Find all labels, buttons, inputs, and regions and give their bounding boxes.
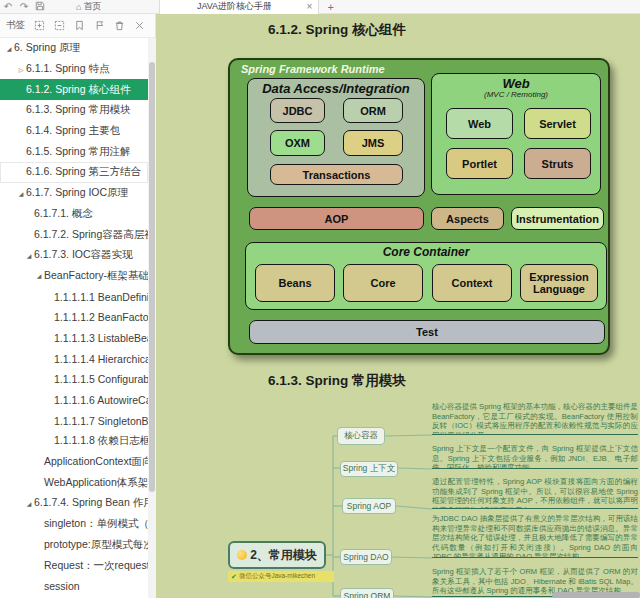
forward-icon[interactable]: ↷ <box>16 1 32 12</box>
sidebar-item-label: 1.1.1.1.4 HierarchicalB... <box>54 353 148 365</box>
sidebar-item[interactable]: Request：一次request一... <box>0 555 148 576</box>
sidebar-item-label: 6.1.7. Spring IOC原理 <box>26 186 128 200</box>
section-heading-modules: 6.1.3. Spring 常用模块 <box>268 372 406 390</box>
expanded-arrow-icon[interactable]: ◢ <box>34 272 44 279</box>
box-servlet: Servlet <box>524 108 591 139</box>
expanded-arrow-icon[interactable]: ◢ <box>16 190 26 197</box>
sidebar-item[interactable]: 6.1.5. Spring 常用注解 <box>0 141 148 162</box>
sidebar-item[interactable]: singleton：单例模式（多... <box>0 514 148 535</box>
sidebar-item-label: 6.1.2. Spring 核心组件 <box>26 83 130 97</box>
locate-in-contents-icon[interactable] <box>34 20 45 31</box>
sidebar-item[interactable]: 1.1.1.1.2 BeanFactory ... <box>0 307 148 328</box>
bookmark-flag-icon[interactable] <box>94 20 105 31</box>
mindmap-root-label: 2、常用模块 <box>250 547 317 564</box>
mindmap-root-node[interactable]: 2、常用模块 <box>228 541 326 569</box>
sidebar-item[interactable]: session <box>0 576 148 597</box>
save-icon[interactable] <box>32 1 48 13</box>
core-container-title: Core Container <box>246 245 606 259</box>
sidebar-item[interactable]: ApplicationContext面向... <box>0 452 148 473</box>
box-orm: ORM <box>343 98 403 123</box>
sidebar-item-label: 6. Spring 原理 <box>14 41 80 55</box>
watermark-tag: ✔ 微信公众号Java-mikechen <box>228 571 334 582</box>
mindmap-branch-text: 为JDBC DAO 抽象层提供了有意义的异常层次结构，可用该结构来管理异常处理和… <box>432 514 638 558</box>
app-window: ↶ ↷ ⌂ 首页 JAVA进阶核心手册 × + 书签 <box>0 0 640 598</box>
sidebar-item-label: 6.1.7.4. Spring Bean 作用域 <box>34 496 148 510</box>
sidebar-item-label: session <box>44 580 80 592</box>
sidebar-item[interactable]: 6.1.2. Spring 核心组件 <box>0 79 148 100</box>
bookmark-toolbar: 书签 <box>0 14 156 38</box>
close-panel-icon[interactable] <box>134 20 145 31</box>
mindmap-branch-node[interactable]: 核心容器 <box>337 427 385 445</box>
mindmap-branch-node[interactable]: Spring 上下文 <box>340 461 398 477</box>
new-tab-icon[interactable]: + <box>327 1 333 13</box>
mindmap-branch-text: Spring 上下文是一个配置文件，向 Spring 框架提供上下文信息。Spr… <box>432 444 638 469</box>
box-jms: JMS <box>343 130 403 156</box>
sidebar-item-label: 6.1.4. Spring 主要包 <box>26 124 120 138</box>
sidebar-item-label: BeanFactory-框架基础设施 <box>44 269 148 283</box>
sidebar-item-label: singleton：单例模式（多... <box>44 517 148 531</box>
sidebar-item[interactable]: ◢6.1.7.3. IOC容器实现 <box>0 245 148 266</box>
sidebar-item[interactable]: ◢6.1.7. Spring IOC原理 <box>0 183 148 204</box>
box-test: Test <box>249 320 605 344</box>
sidebar-item[interactable]: 1.1.1.1.4 HierarchicalB... <box>0 348 148 369</box>
expanded-arrow-icon[interactable]: ◢ <box>4 45 14 52</box>
watermark-label: 微信公众号Java-mikechen <box>239 572 315 581</box>
expanded-arrow-icon[interactable]: ◢ <box>24 252 34 259</box>
sidebar-item[interactable]: 6.1.7.1. 概念 <box>0 204 148 225</box>
web-title: Web <box>432 76 600 91</box>
sidebar-scrollbar[interactable] <box>148 38 156 598</box>
sidebar-item[interactable]: ◢6. Spring 原理 <box>0 38 148 59</box>
sidebar-item[interactable]: ◢6.1.7.4. Spring Bean 作用域 <box>0 493 148 514</box>
box-web: Web <box>446 108 513 139</box>
sidebar-item[interactable]: ▷6.1.1. Spring 特点 <box>0 59 148 80</box>
sidebar-item[interactable]: prototype:原型模式每次... <box>0 535 148 556</box>
box-core: Core <box>343 264 423 302</box>
diagram-title: Spring Framework Runtime <box>241 63 385 75</box>
box-aop: AOP <box>249 207 424 230</box>
sidebar-item-label: 6.1.1. Spring 特点 <box>26 62 109 76</box>
sidebar-item-label: 1.1.1.1.7 SingletonBea... <box>54 415 148 427</box>
box-expression-language: Expression Language <box>520 264 598 302</box>
sync-contents-icon[interactable] <box>54 20 65 31</box>
sidebar-item[interactable]: 1.1.1.1.1 BeanDefinitio... <box>0 286 148 307</box>
section-heading-components: 6.1.2. Spring 核心组件 <box>268 21 406 39</box>
delete-bookmark-icon[interactable] <box>114 20 125 31</box>
sidebar-item[interactable]: 6.1.6. Spring 第三方结合 <box>0 162 148 183</box>
sidebar-item[interactable]: 1.1.1.1.5 Configurable... <box>0 369 148 390</box>
sidebar-item[interactable]: 6.1.3. Spring 常用模块 <box>0 100 148 121</box>
mindmap-branch-node[interactable]: Spring ORM <box>340 588 394 598</box>
box-beans: Beans <box>255 264 335 302</box>
box-aspects: Aspects <box>431 207 504 230</box>
sidebar-item-label: 1.1.1.1.3 ListableBean... <box>54 332 148 344</box>
data-access-panel: Data Access/Integration JDBC ORM OXM JMS… <box>247 78 425 197</box>
add-bookmark-icon[interactable] <box>74 20 85 31</box>
sidebar-item-label: 1.1.1.1.8 依赖日志框架 <box>54 434 148 448</box>
sidebar-item[interactable]: WebApplication体系架构 <box>0 472 148 493</box>
sidebar-item-label: 1.1.1.1.5 Configurable... <box>54 373 148 385</box>
home-button[interactable]: ⌂ 首页 <box>76 0 101 13</box>
sidebar-item-label: prototype:原型模式每次... <box>44 538 148 552</box>
sidebar-item[interactable]: 1.1.1.1.3 ListableBean... <box>0 328 148 349</box>
web-subtitle: (MVC / Remoting) <box>432 90 600 99</box>
data-access-title: Data Access/Integration <box>248 81 424 96</box>
sidebar-item[interactable]: ◢BeanFactory-框架基础设施 <box>0 266 148 287</box>
sidebar-item[interactable]: 1.1.1.1.8 依赖日志框架 <box>0 431 148 452</box>
mindmap-branch-node[interactable]: Spring AOP <box>342 498 396 514</box>
expanded-arrow-icon[interactable]: ◢ <box>24 500 34 507</box>
sidebar-item[interactable]: 1.1.1.1.6 AutowireCap... <box>0 390 148 411</box>
sidebar-scrollbar-thumb[interactable] <box>149 62 155 492</box>
sidebar-item-label: Request：一次request一... <box>44 559 148 573</box>
sidebar-item[interactable]: 6.1.7.2. Spring容器高层视图 <box>0 224 148 245</box>
box-jdbc: JDBC <box>270 98 325 123</box>
mindmap-branch-node[interactable]: Spring DAO <box>340 549 392 565</box>
horizontal-scrollbar-thumb[interactable] <box>552 592 640 598</box>
sidebar-item[interactable]: 6.1.4. Spring 主要包 <box>0 121 148 142</box>
box-instrumentation: Instrumentation <box>511 207 604 230</box>
sidebar-item-label: 6.1.7.1. 概念 <box>34 207 93 221</box>
back-icon[interactable]: ↶ <box>0 1 16 12</box>
collapsed-arrow-icon[interactable]: ▷ <box>16 66 26 73</box>
tab-java-manual[interactable]: JAVA进阶核心手册 × <box>159 0 319 14</box>
tab-close-icon[interactable]: × <box>307 1 313 12</box>
toc-sidebar: ◢6. Spring 原理▷6.1.1. Spring 特点6.1.2. Spr… <box>0 38 148 598</box>
sidebar-item[interactable]: 1.1.1.1.7 SingletonBea... <box>0 410 148 431</box>
